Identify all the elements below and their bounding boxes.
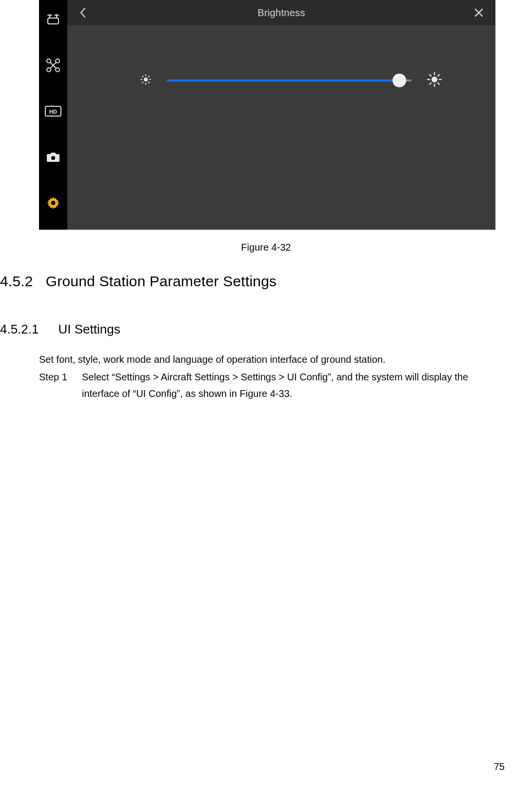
section-heading-title: Ground Station Parameter Settings bbox=[46, 273, 277, 289]
gear-icon bbox=[46, 196, 60, 210]
slider-thumb[interactable] bbox=[393, 74, 406, 87]
svg-line-34 bbox=[438, 75, 439, 76]
sidebar: HD bbox=[39, 0, 67, 230]
intro-paragraph: Set font, style, work mode and language … bbox=[39, 351, 488, 368]
app-screenshot: HD bbox=[39, 0, 495, 230]
close-icon bbox=[474, 8, 484, 18]
subsection-heading-number: 4.5.2.1 bbox=[0, 322, 39, 336]
sidebar-item-drone[interactable] bbox=[39, 55, 67, 76]
svg-line-35 bbox=[430, 83, 431, 84]
svg-point-18 bbox=[144, 78, 148, 81]
brightness-low-icon bbox=[140, 74, 151, 87]
body-text: Set font, style, work mode and language … bbox=[39, 351, 488, 402]
brightness-high-icon bbox=[427, 72, 442, 89]
drone-icon bbox=[46, 58, 60, 73]
svg-line-25 bbox=[149, 76, 150, 77]
page-root: HD bbox=[0, 0, 532, 789]
svg-line-33 bbox=[438, 83, 439, 84]
brightness-slider[interactable] bbox=[167, 79, 412, 81]
section-heading-number: 4.5.2 bbox=[0, 273, 33, 289]
subsection-heading: 4.5.2.1UI Settings bbox=[0, 322, 120, 337]
svg-line-32 bbox=[430, 75, 431, 76]
camera-icon bbox=[46, 151, 60, 163]
subsection-heading-title: UI Settings bbox=[59, 322, 120, 336]
sidebar-item-settings[interactable] bbox=[39, 192, 67, 214]
close-button[interactable] bbox=[469, 0, 489, 25]
step-text: Select “Settings > Aircraft Settings > S… bbox=[82, 369, 482, 402]
section-heading: 4.5.2Ground Station Parameter Settings bbox=[0, 273, 276, 290]
sidebar-item-camera[interactable] bbox=[39, 146, 67, 168]
settings-header: Brightness bbox=[67, 0, 495, 25]
svg-rect-0 bbox=[48, 18, 59, 24]
brightness-slider-row bbox=[140, 68, 442, 93]
svg-point-27 bbox=[432, 77, 437, 82]
page-number: 75 bbox=[494, 761, 505, 772]
svg-line-24 bbox=[149, 82, 150, 83]
remote-icon bbox=[46, 13, 60, 26]
sidebar-item-hd[interactable]: HD bbox=[39, 100, 67, 122]
step-label: Step 1 bbox=[39, 369, 82, 385]
hd-icon: HD bbox=[45, 106, 61, 117]
figure-caption: Figure 4-32 bbox=[0, 242, 532, 253]
svg-text:HD: HD bbox=[49, 109, 57, 115]
sidebar-item-remote[interactable] bbox=[39, 9, 67, 30]
settings-panel: Brightness bbox=[67, 0, 495, 230]
header-title: Brightness bbox=[67, 7, 495, 19]
svg-line-23 bbox=[142, 76, 143, 77]
svg-line-26 bbox=[142, 82, 143, 83]
slider-track-fill bbox=[167, 79, 399, 81]
svg-point-15 bbox=[51, 201, 56, 205]
